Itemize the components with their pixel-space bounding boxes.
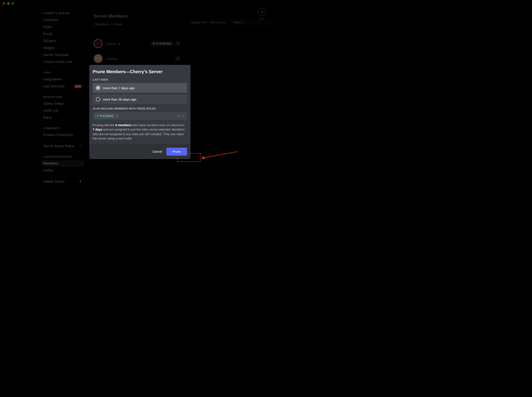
chevron-down-icon[interactable] <box>182 114 185 118</box>
prune-button[interactable]: Prune <box>166 148 187 155</box>
modal-title: Prune Members—Cherry's Server <box>93 69 187 74</box>
modal-overlay: Prune Members—Cherry's Server LAST SEEN … <box>0 0 280 210</box>
role-chip[interactable]: Fruit Basket <box>95 114 115 118</box>
clear-icon[interactable]: × <box>178 114 179 118</box>
radio-7-days[interactable]: more than 7 days ago <box>93 83 187 93</box>
roles-include-label: ALSO INCLUDE MEMBERS WITH THESE ROLES <box>93 107 187 110</box>
roles-include-input[interactable]: Fruit Basket × <box>93 112 187 120</box>
cancel-button[interactable]: Cancel <box>153 150 162 153</box>
modal-description: Pruning will kick 0 members who have not… <box>93 123 187 141</box>
prune-modal: Prune Members—Cherry's Server LAST SEEN … <box>89 65 190 159</box>
last-seen-label: LAST SEEN <box>93 78 187 81</box>
text-cursor <box>117 114 117 118</box>
radio-icon <box>96 86 100 90</box>
radio-icon <box>96 97 100 101</box>
role-color-icon <box>97 115 98 117</box>
radio-30-days[interactable]: more than 30 days ago <box>93 94 187 104</box>
